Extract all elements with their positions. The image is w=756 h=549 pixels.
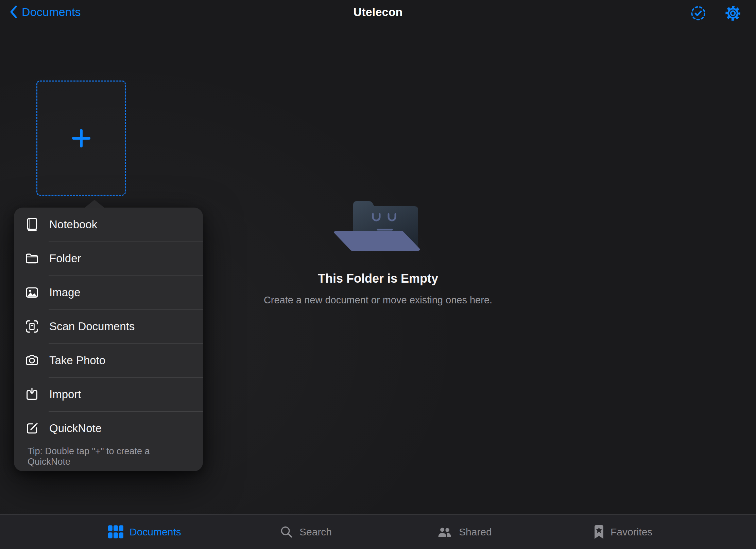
tab-label: Search [299, 526, 332, 538]
bottom-tab-bar: Documents Search Shared Favorites [0, 514, 756, 549]
menu-item-label: Image [49, 286, 81, 299]
menu-item-folder[interactable]: Folder [14, 242, 203, 276]
menu-item-label: Import [49, 388, 81, 401]
empty-state-title: This Folder is Empty [318, 271, 438, 286]
menu-item-label: Scan Documents [49, 320, 135, 333]
image-icon [23, 285, 40, 300]
menu-item-quicknote[interactable]: QuickNote [14, 411, 203, 445]
menu-item-label: Take Photo [49, 354, 105, 367]
menu-item-label: Notebook [49, 218, 97, 231]
select-check-icon [690, 5, 707, 22]
chevron-left-icon [9, 5, 18, 19]
import-icon [23, 387, 40, 402]
menu-item-label: Folder [49, 252, 81, 265]
documents-grid-icon [108, 525, 124, 539]
menu-item-image[interactable]: Image [14, 276, 203, 309]
tab-favorites[interactable]: Favorites [593, 515, 652, 549]
quicknote-tip: Tip: Double tap "+" to create a QuickNot… [14, 445, 203, 471]
menu-item-take-photo[interactable]: Take Photo [14, 343, 203, 377]
back-button[interactable]: Documents [9, 5, 81, 19]
empty-folder-illustration [332, 194, 424, 257]
settings-button[interactable] [724, 5, 741, 22]
menu-item-notebook[interactable]: Notebook [14, 208, 203, 242]
quicknote-icon [23, 421, 40, 436]
select-documents-button[interactable] [690, 5, 707, 22]
tab-search[interactable]: Search [279, 515, 332, 549]
menu-item-label: QuickNote [49, 422, 102, 435]
settings-gear-icon [724, 4, 741, 22]
tab-label: Favorites [611, 526, 652, 538]
notebook-icon [23, 217, 40, 232]
search-icon [279, 525, 294, 539]
folder-icon [23, 251, 40, 266]
tab-shared[interactable]: Shared [436, 515, 492, 549]
popup-arrow [84, 200, 105, 208]
page-title: Utelecon [353, 5, 402, 19]
plus-icon [71, 128, 92, 149]
menu-item-scan-documents[interactable]: Scan Documents [14, 309, 203, 343]
new-document-button[interactable] [36, 81, 126, 196]
empty-state-subtitle: Create a new document or move existing o… [264, 295, 492, 306]
scan-documents-icon [23, 319, 40, 334]
back-button-label: Documents [22, 5, 81, 19]
tab-label: Shared [459, 526, 492, 538]
shared-people-icon [436, 525, 453, 539]
tab-label: Documents [130, 526, 181, 538]
new-document-popup-menu: Notebook Folder Image [14, 208, 203, 471]
tab-documents[interactable]: Documents [108, 515, 181, 549]
navigation-bar: Documents Utelecon [0, 0, 756, 27]
menu-item-import[interactable]: Import [14, 377, 203, 411]
camera-icon [23, 353, 40, 368]
favorites-bookmark-icon [593, 525, 605, 539]
